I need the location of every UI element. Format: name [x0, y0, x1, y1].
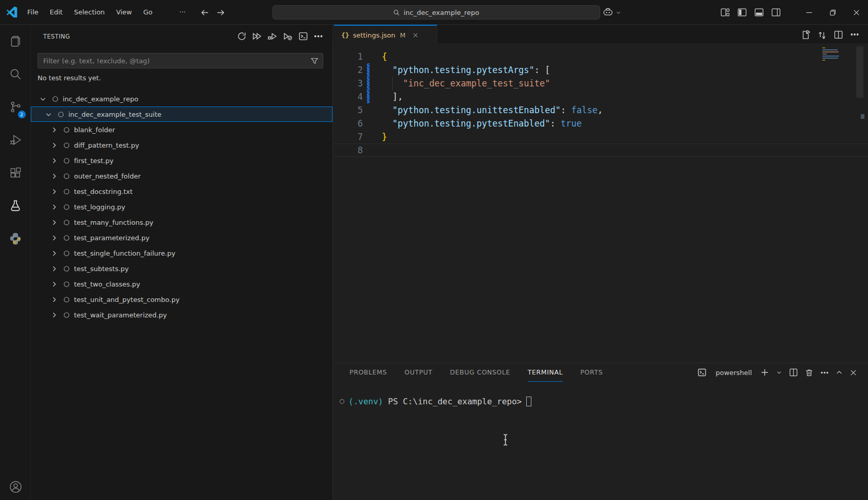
toggle-panel-icon[interactable] [754, 8, 764, 17]
tree-item-test_docstring.txt[interactable]: test_docstring.txt [31, 184, 333, 199]
vscode-logo-icon [6, 6, 17, 17]
panel-tab-terminal[interactable]: TERMINAL [528, 363, 563, 382]
minimize-button[interactable] [797, 0, 821, 25]
chevron-right-icon[interactable] [50, 295, 58, 303]
testing-icon[interactable] [0, 189, 31, 222]
tree-item-test_two_classes.py[interactable]: test_two_classes.py [31, 276, 333, 292]
close-tab-icon[interactable] [412, 32, 419, 39]
chevron-right-icon[interactable] [50, 234, 58, 242]
extensions-icon[interactable] [0, 156, 31, 189]
tree-item-inc_dec_example_test_suite[interactable]: inc_dec_example_test_suite [31, 106, 333, 122]
tree-item-test_single_function_failure.py[interactable]: test_single_function_failure.py [31, 245, 333, 261]
run-and-debug-icon[interactable] [0, 123, 31, 156]
tree-item-test_many_functions.py[interactable]: test_many_functions.py [31, 215, 333, 230]
test-filter-box [38, 53, 323, 68]
code-line-6: 6 "python.testing.pytestEnabled": true [334, 117, 868, 130]
code-text: "python.testing.unittestEnabled": false, [382, 103, 868, 117]
restore-button[interactable] [821, 0, 844, 25]
line-number: 8 [334, 144, 363, 156]
editor-tab-bar: {} settings.json M [334, 25, 868, 44]
customize-layout-icon[interactable] [721, 8, 730, 17]
open-changes-icon[interactable] [817, 30, 827, 40]
menu-view[interactable]: View [110, 0, 138, 25]
more-menu[interactable]: ··· [174, 0, 191, 25]
terminal-dropdown-chevron-icon[interactable] [776, 369, 782, 376]
chevron-right-icon[interactable] [50, 141, 58, 149]
test-status-circle-icon [63, 235, 70, 241]
command-center-search[interactable]: inc_dec_example_repo [272, 5, 600, 20]
code-text: "python.testing.pytestArgs": [ [382, 63, 868, 77]
run-tests-with-coverage-icon[interactable] [283, 31, 293, 41]
chevron-right-icon[interactable] [50, 156, 58, 165]
filter-icon[interactable] [310, 57, 319, 65]
maximize-panel-icon[interactable] [836, 369, 843, 376]
show-test-output-icon[interactable] [298, 31, 308, 41]
tab-settings-json[interactable]: {} settings.json M [334, 25, 437, 44]
chevron-right-icon[interactable] [50, 218, 58, 226]
tree-item-blank_folder[interactable]: blank_folder [31, 122, 333, 137]
split-editor-icon[interactable] [834, 30, 843, 40]
tree-item-test_subtests.py[interactable]: test_subtests.py [31, 261, 333, 276]
close-panel-icon[interactable] [849, 369, 857, 377]
tree-item-test_unit_and_pytest_combo.py[interactable]: test_unit_and_pytest_combo.py [31, 292, 333, 307]
chevron-right-icon[interactable] [50, 280, 58, 288]
prompt-text [383, 397, 388, 406]
search-view-icon[interactable] [0, 58, 31, 91]
new-terminal-icon[interactable] [760, 368, 769, 377]
toggle-secondary-sidebar-icon[interactable] [771, 8, 781, 17]
toggle-primary-sidebar-icon[interactable] [737, 8, 747, 17]
code-editor[interactable]: 1{2 "python.testing.pytestArgs": [3 "inc… [334, 44, 868, 157]
editor-more-actions-icon[interactable] [850, 30, 859, 39]
chevron-right-icon[interactable] [50, 126, 58, 134]
menu-file[interactable]: File [22, 0, 44, 25]
panel-more-actions-icon[interactable] [820, 368, 829, 377]
panel-tab-output[interactable]: OUTPUT [404, 363, 433, 382]
terminal-view[interactable]: (.venv) PS C:\inc_dec_example_repo> [334, 382, 868, 407]
editor-scrollbar[interactable] [856, 46, 863, 98]
tree-item-test_logging.py[interactable]: test_logging.py [31, 199, 333, 215]
menu-edit[interactable]: Edit [44, 0, 68, 25]
test-status-circle-icon [63, 281, 70, 288]
python-icon[interactable] [0, 222, 31, 255]
chevron-right-icon[interactable] [50, 249, 58, 257]
menu-selection[interactable]: Selection [68, 0, 110, 25]
terminal-cursor [526, 397, 531, 406]
explorer-icon[interactable] [0, 25, 31, 58]
panel-tab-problems[interactable]: PROBLEMS [349, 363, 387, 382]
test-filter-input[interactable] [38, 57, 310, 65]
forward-arrow-icon[interactable] [216, 8, 225, 17]
tree-item-inc_dec_example_repo[interactable]: inc_dec_example_repo [31, 91, 333, 106]
chevron-right-icon[interactable] [50, 264, 58, 273]
copilot-menu[interactable] [602, 0, 621, 25]
refresh-tests-icon[interactable] [237, 31, 247, 41]
tree-item-first_test.py[interactable]: first_test.py [31, 153, 333, 168]
debug-all-tests-icon[interactable] [267, 31, 278, 41]
tree-item-test_wait_parameterized.py[interactable]: test_wait_parameterized.py [31, 307, 333, 323]
panel-tab-ports[interactable]: PORTS [580, 363, 603, 382]
more-actions-icon[interactable] [313, 31, 323, 41]
chevron-down-icon[interactable] [44, 110, 52, 118]
open-settings-ui-icon[interactable] [801, 30, 810, 40]
menu-go[interactable]: Go [138, 0, 158, 25]
chevron-right-icon[interactable] [50, 203, 58, 211]
tree-item-diff_pattern_test.py[interactable]: diff_pattern_test.py [31, 137, 333, 153]
close-window-button[interactable] [844, 0, 868, 25]
back-arrow-icon[interactable] [200, 8, 209, 17]
chevron-right-icon[interactable] [50, 187, 58, 195]
tree-item-test_parameterized.py[interactable]: test_parameterized.py [31, 230, 333, 245]
test-tree: inc_dec_example_repoinc_dec_example_test… [31, 91, 333, 323]
chevron-right-icon[interactable] [50, 172, 58, 180]
history-nav [200, 0, 225, 25]
minimap[interactable] [822, 47, 840, 62]
kill-terminal-icon[interactable] [805, 368, 814, 377]
tree-item-outer_nested_folder[interactable]: outer_nested_folder [31, 168, 333, 184]
panel-tab-debug-console[interactable]: DEBUG CONSOLE [450, 363, 510, 382]
overview-ruler-mark [861, 114, 864, 119]
run-all-tests-icon[interactable] [252, 31, 262, 41]
chevron-down-icon[interactable] [39, 95, 47, 103]
source-control-icon[interactable]: 2 [0, 91, 31, 123]
chevron-right-icon[interactable] [50, 311, 58, 319]
split-terminal-icon[interactable] [789, 368, 798, 377]
shell-label[interactable]: powershell [716, 369, 752, 377]
account-icon[interactable] [0, 476, 31, 497]
